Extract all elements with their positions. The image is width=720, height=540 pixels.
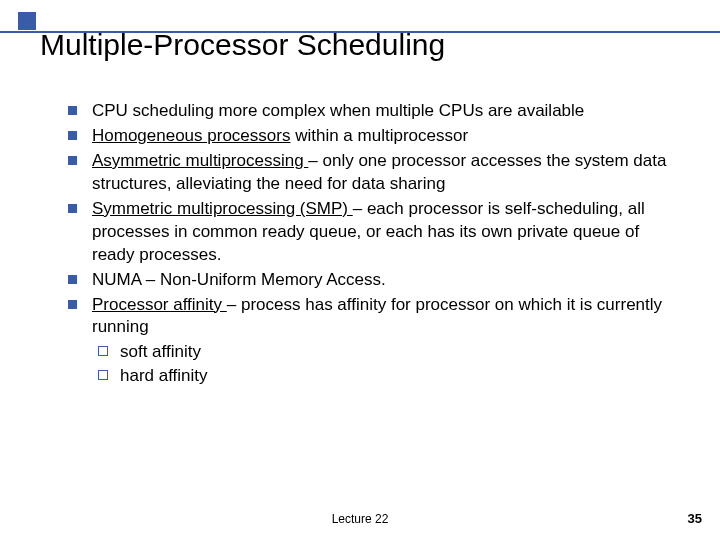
slide-title: Multiple-Processor Scheduling	[40, 28, 445, 62]
slide-content: CPU scheduling more complex when multipl…	[64, 100, 674, 390]
bullet-underline: Asymmetric multiprocessing	[92, 151, 308, 170]
bullet-text: within a multiprocessor	[290, 126, 468, 145]
bullet-item: Symmetric multiprocessing (SMP) – each p…	[64, 198, 674, 267]
accent-square	[18, 12, 36, 30]
bullet-underline: Homogeneous processors	[92, 126, 290, 145]
sub-bullet-text: hard affinity	[120, 366, 208, 385]
bullet-item: Processor affinity – process has affinit…	[64, 294, 674, 389]
sub-bullet-item: soft affinity	[92, 341, 674, 364]
bullet-text: NUMA – Non-Uniform Memory Access.	[92, 270, 386, 289]
bullet-item: CPU scheduling more complex when multipl…	[64, 100, 674, 123]
footer-page-number: 35	[688, 511, 702, 526]
sub-bullet-text: soft affinity	[120, 342, 201, 361]
bullet-underline: Symmetric multiprocessing (SMP)	[92, 199, 353, 218]
bullet-item: Asymmetric multiprocessing – only one pr…	[64, 150, 674, 196]
slide: Multiple-Processor Scheduling CPU schedu…	[0, 0, 720, 540]
bullet-text: CPU scheduling more complex when multipl…	[92, 101, 584, 120]
footer-lecture: Lecture 22	[0, 512, 720, 526]
sub-bullet-item: hard affinity	[92, 365, 674, 388]
bullet-item: Homogeneous processors within a multipro…	[64, 125, 674, 148]
bullet-list: CPU scheduling more complex when multipl…	[64, 100, 674, 388]
sub-bullet-list: soft affinity hard affinity	[92, 341, 674, 388]
bullet-underline: Processor affinity	[92, 295, 227, 314]
bullet-item: NUMA – Non-Uniform Memory Access.	[64, 269, 674, 292]
